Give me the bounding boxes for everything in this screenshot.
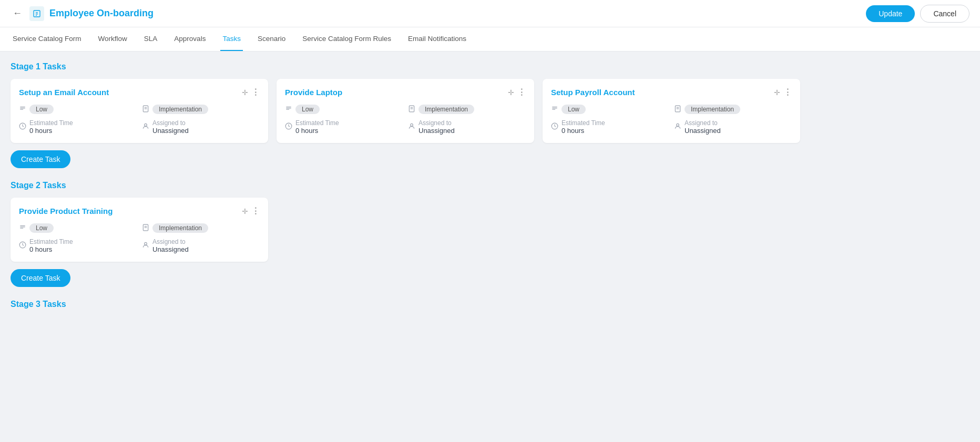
task-card-header: Provide Laptop ✛ ⋮	[285, 87, 526, 97]
more-icon[interactable]: ⋮	[517, 87, 526, 97]
cancel-button[interactable]: Cancel	[920, 5, 969, 23]
estimated-time-field: Estimated Time 0 hours	[19, 238, 137, 253]
clock-icon	[19, 241, 26, 250]
content: Stage 1 Tasks Setup an Email Account ✛ ⋮	[0, 52, 980, 332]
tab-email-notifications[interactable]: Email Notifications	[406, 27, 468, 51]
priority-badge: Low	[29, 105, 54, 114]
update-button[interactable]: Update	[866, 5, 915, 22]
estimated-time-label: Estimated Time	[29, 119, 73, 127]
category-icon	[674, 105, 681, 114]
svg-point-27	[677, 124, 679, 126]
priority-icon	[551, 105, 558, 114]
assigned-to-info: Assigned to Unassigned	[152, 238, 189, 253]
task-card-setup-payroll: Setup Payroll Account ✛ ⋮ Low	[543, 79, 800, 143]
drag-icon[interactable]: ✛	[242, 207, 248, 215]
tab-service-catalog-form-rules[interactable]: Service Catalog Form Rules	[300, 27, 393, 51]
task-card-body: Low Implementation	[285, 105, 526, 135]
tab-workflow[interactable]: Workflow	[96, 27, 129, 51]
category-field: Implementation	[408, 105, 526, 114]
clock-icon	[551, 122, 558, 131]
page-icon	[29, 6, 44, 21]
priority-row: Low	[285, 105, 403, 114]
drag-icon[interactable]: ✛	[508, 88, 514, 97]
category-icon	[142, 224, 149, 233]
assigned-to-field: Assigned to Unassigned	[674, 119, 792, 135]
stage-1-title: Stage 1 Tasks	[11, 62, 969, 71]
task-card-body: Low Implementation	[551, 105, 792, 135]
category-row: Implementation	[142, 223, 260, 233]
more-icon[interactable]: ⋮	[251, 87, 260, 97]
svg-point-11	[145, 124, 147, 126]
task-title-setup-payroll: Setup Payroll Account	[551, 88, 635, 97]
assigned-to-label: Assigned to	[418, 119, 455, 127]
tab-approvals[interactable]: Approvals	[172, 27, 208, 51]
header-left: ← Employee On-boarding	[11, 6, 866, 21]
estimated-time-info: Estimated Time 0 hours	[29, 238, 73, 253]
stage-1-create-task-button[interactable]: Create Task	[11, 150, 70, 168]
stage-3-section: Stage 3 Tasks	[11, 300, 969, 309]
header: ← Employee On-boarding Update Cancel	[0, 0, 980, 27]
priority-row: Low	[19, 105, 137, 114]
estimated-time-label: Estimated Time	[562, 119, 605, 127]
assigned-to-label: Assigned to	[152, 119, 189, 127]
tab-tasks[interactable]: Tasks	[220, 27, 243, 51]
priority-row: Low	[19, 223, 137, 233]
category-row: Implementation	[142, 105, 260, 114]
user-icon	[142, 241, 149, 250]
more-icon[interactable]: ⋮	[251, 206, 260, 216]
stage-1-section: Stage 1 Tasks Setup an Email Account ✛ ⋮	[11, 62, 969, 168]
assigned-to-value: Unassigned	[418, 127, 455, 135]
drag-icon[interactable]: ✛	[774, 88, 780, 97]
task-card-provide-product-training: Provide Product Training ✛ ⋮ Low	[11, 198, 268, 262]
task-card-header: Setup Payroll Account ✛ ⋮	[551, 87, 792, 97]
assigned-to-field: Assigned to Unassigned	[142, 119, 260, 135]
page-title: Employee On-boarding	[49, 8, 154, 19]
clock-icon	[285, 122, 292, 131]
header-right: Update Cancel	[866, 5, 969, 23]
user-icon	[142, 122, 149, 131]
task-card-header: Setup an Email Account ✛ ⋮	[19, 87, 260, 97]
task-title-provide-product-training: Provide Product Training	[19, 207, 113, 215]
assigned-to-field: Assigned to Unassigned	[142, 238, 260, 253]
stage-2-create-task-button[interactable]: Create Task	[11, 269, 70, 287]
clock-icon	[19, 122, 26, 131]
stage-1-cards-row: Setup an Email Account ✛ ⋮ Low	[11, 79, 969, 143]
tab-sla[interactable]: SLA	[142, 27, 160, 51]
back-button[interactable]: ←	[11, 6, 24, 21]
tab-service-catalog-form[interactable]: Service Catalog Form	[11, 27, 84, 51]
assigned-to-label: Assigned to	[152, 238, 189, 245]
estimated-time-row: Estimated Time 0 hours	[19, 119, 137, 135]
task-card-body: Low Implementation	[19, 223, 260, 253]
priority-badge: Low	[295, 105, 320, 114]
assigned-to-info: Assigned to Unassigned	[685, 119, 721, 135]
user-icon	[408, 122, 415, 131]
stage-2-section: Stage 2 Tasks Provide Product Training ✛…	[11, 181, 969, 287]
assigned-to-row: Assigned to Unassigned	[408, 119, 526, 135]
task-card-body: Low Implementation	[19, 105, 260, 135]
estimated-time-info: Estimated Time 0 hours	[562, 119, 605, 135]
priority-field: Low	[19, 223, 137, 233]
task-card-actions: ✛ ⋮	[242, 206, 260, 216]
assigned-to-row: Assigned to Unassigned	[142, 238, 260, 253]
svg-point-35	[145, 242, 147, 245]
category-row: Implementation	[408, 105, 526, 114]
task-card-actions: ✛ ⋮	[242, 87, 260, 97]
drag-icon[interactable]: ✛	[242, 88, 248, 97]
priority-icon	[19, 105, 26, 114]
estimated-time-label: Estimated Time	[29, 238, 73, 245]
estimated-time-row: Estimated Time 0 hours	[285, 119, 403, 135]
priority-row: Low	[551, 105, 669, 114]
tab-scenario[interactable]: Scenario	[256, 27, 288, 51]
user-icon	[674, 122, 681, 131]
stage-2-cards-row: Provide Product Training ✛ ⋮ Low	[11, 198, 969, 262]
task-card-actions: ✛ ⋮	[774, 87, 792, 97]
assigned-to-info: Assigned to Unassigned	[418, 119, 455, 135]
estimated-time-label: Estimated Time	[295, 119, 339, 127]
priority-field: Low	[19, 105, 137, 114]
assigned-to-row: Assigned to Unassigned	[142, 119, 260, 135]
priority-badge: Low	[562, 105, 586, 114]
assigned-to-row: Assigned to Unassigned	[674, 119, 792, 135]
category-badge: Implementation	[152, 105, 208, 114]
priority-field: Low	[551, 105, 669, 114]
more-icon[interactable]: ⋮	[783, 87, 792, 97]
